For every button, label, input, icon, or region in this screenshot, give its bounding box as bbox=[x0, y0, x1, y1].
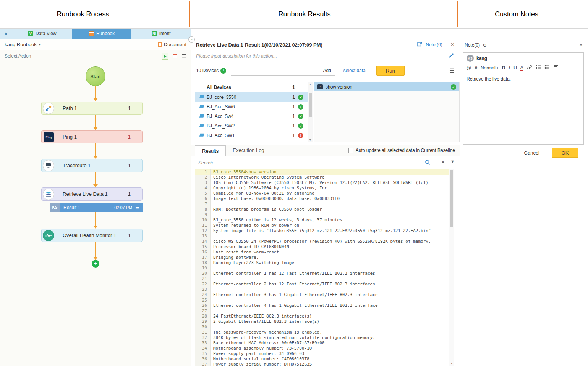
flow-node-retrieve-live-data[interactable]: Retrieve Live Data 1 1 bbox=[41, 187, 143, 201]
bold-button[interactable]: B bbox=[502, 65, 505, 71]
column-count[interactable]: 1 bbox=[286, 85, 295, 90]
node-count: 1 bbox=[128, 191, 131, 197]
tab-runbook[interactable]: Runbook bbox=[72, 29, 132, 39]
ordered-list-icon[interactable] bbox=[536, 65, 541, 71]
scroll-down-icon[interactable]: ▼ bbox=[449, 362, 454, 365]
auto-update-checkbox[interactable] bbox=[348, 148, 353, 153]
flow-connector bbox=[95, 242, 96, 257]
document-label: Document bbox=[164, 42, 186, 47]
flow-node-path[interactable]: Path 1 1 bbox=[41, 102, 143, 115]
tab-execution-log[interactable]: Execution Log bbox=[226, 145, 271, 156]
code-line: 292 Gigabit Ethernet/IEEE 802.3 interfac… bbox=[195, 319, 449, 324]
flow-node-overall-health-monitor[interactable]: Overall Health Monitor 1 1 bbox=[41, 229, 143, 242]
devices-count-label[interactable]: 10 Devices bbox=[196, 68, 219, 73]
path-icon bbox=[43, 103, 54, 114]
code-line: 21 bbox=[195, 276, 449, 282]
runbook-selector[interactable]: kang Runbook bbox=[5, 42, 37, 47]
device-count: 1 bbox=[286, 123, 295, 129]
code-line: 35Power supply part number: 34-0966-03 bbox=[195, 351, 449, 356]
flow-node-ping[interactable]: Ping Ping 1 1 bbox=[41, 130, 143, 143]
flow-connector bbox=[95, 115, 96, 127]
align-icon[interactable] bbox=[553, 65, 559, 71]
flow-node-traceroute[interactable]: Traceroute 1 1 bbox=[41, 159, 143, 172]
flow-result-item[interactable]: KS Result 1 02:07 PM ☰ bbox=[50, 203, 143, 212]
code-line: 22Ethernet-controller 2 has 12 Fast Ethe… bbox=[195, 282, 449, 287]
device-table-scrollbar[interactable]: ▲ ▼ bbox=[308, 82, 313, 142]
device-row[interactable]: BJ_Acc_SW2 1 ✓ bbox=[195, 121, 313, 131]
notes-panel: Note(0) ↻ × KS kang @ # Normal ▲▼ B I U … bbox=[460, 29, 588, 366]
tab-label: Intent bbox=[159, 31, 171, 36]
run-runbook-button[interactable]: ▶ bbox=[162, 53, 168, 60]
selected-data-list: › show version ✓ bbox=[314, 82, 460, 142]
node-label: Ping 1 bbox=[63, 134, 77, 140]
traceroute-icon bbox=[43, 160, 54, 171]
find-previous-icon[interactable]: ▲ bbox=[441, 159, 445, 164]
font-color-button[interactable]: A bbox=[520, 65, 523, 71]
cancel-button[interactable]: Cancel bbox=[522, 150, 542, 156]
result-time: 02:07 PM bbox=[114, 205, 132, 210]
note-text[interactable]: Retrieve the live data. bbox=[463, 73, 583, 85]
code-line: 30 bbox=[195, 324, 449, 330]
device-row[interactable]: BJ_Acc_SW6 1 ✓ bbox=[195, 102, 313, 111]
scrollbar-thumb[interactable] bbox=[309, 93, 312, 117]
auto-update-label: Auto update all selected data in Current… bbox=[356, 148, 455, 153]
flow-start-node[interactable]: Start bbox=[86, 66, 105, 86]
status-error-icon: ! bbox=[298, 133, 303, 138]
search-row: ▲ ▼ bbox=[195, 158, 454, 168]
search-icon[interactable] bbox=[425, 160, 431, 166]
run-button[interactable]: Run bbox=[376, 66, 405, 76]
description-placeholder[interactable]: Please input description for this action… bbox=[196, 53, 277, 59]
scrollbar-thumb[interactable] bbox=[450, 170, 453, 227]
results-panel: Retrieve Live Data 1-Result 1(03/10/2021… bbox=[191, 29, 460, 366]
runbook-panel: « V Data View Runbook NI Intent kang Run… bbox=[0, 29, 191, 366]
runbook-icon bbox=[89, 31, 94, 36]
tab-data-view[interactable]: V Data View bbox=[13, 29, 72, 39]
column-all-devices[interactable]: All Devices bbox=[207, 85, 286, 90]
device-count: 1 bbox=[286, 95, 295, 100]
chevron-down-icon[interactable]: ▾ bbox=[39, 42, 41, 47]
find-next-icon[interactable]: ▼ bbox=[450, 159, 455, 164]
device-row[interactable]: BJ_Acc_SW1 1 ! bbox=[195, 131, 313, 140]
note-share-icon[interactable] bbox=[417, 42, 423, 48]
add-device-icon[interactable]: + bbox=[220, 68, 226, 74]
add-action-button[interactable]: + bbox=[92, 260, 99, 268]
device-row[interactable]: BJ_Acc_Sw4 1 ✓ bbox=[195, 111, 313, 121]
collapse-panel-icon[interactable]: « bbox=[0, 29, 13, 39]
link-icon[interactable] bbox=[527, 64, 532, 71]
device-input[interactable] bbox=[231, 66, 319, 76]
tab-results[interactable]: Results bbox=[195, 145, 226, 156]
close-notes-icon[interactable]: × bbox=[579, 42, 583, 48]
edit-description-icon[interactable] bbox=[449, 53, 454, 59]
tab-intent[interactable]: NI Intent bbox=[131, 29, 191, 39]
runbook-menu-icon[interactable]: ☰ bbox=[181, 53, 186, 59]
mention-button[interactable]: @ bbox=[467, 65, 471, 71]
code-line: 17Bridging software. bbox=[195, 255, 449, 260]
note-count-link[interactable]: Note (0) bbox=[426, 42, 442, 47]
close-results-icon[interactable]: × bbox=[451, 42, 454, 48]
result-label: Result 1 bbox=[63, 205, 80, 210]
refresh-icon[interactable]: ↻ bbox=[483, 42, 487, 48]
search-input[interactable] bbox=[195, 160, 425, 166]
output-scrollbar[interactable]: ▼ bbox=[449, 169, 454, 366]
start-label: Start bbox=[90, 74, 100, 79]
ok-button[interactable]: OK bbox=[552, 148, 578, 158]
code-line: 31The password-recovery mechanism is ena… bbox=[195, 330, 449, 335]
data-item-show-version[interactable]: › show version ✓ bbox=[314, 82, 459, 91]
hashtag-button[interactable]: # bbox=[475, 65, 477, 71]
select-data-link[interactable]: select data bbox=[343, 68, 366, 73]
format-select[interactable]: Normal ▲▼ bbox=[481, 65, 499, 71]
collapse-results-icon[interactable]: « bbox=[188, 36, 195, 43]
notes-button-row: Cancel OK bbox=[460, 148, 588, 158]
results-menu-icon[interactable]: ☰ bbox=[449, 68, 454, 74]
result-menu-icon[interactable]: ☰ bbox=[135, 205, 139, 210]
device-count: 1 bbox=[286, 114, 295, 119]
underline-button[interactable]: U bbox=[513, 65, 517, 71]
document-button[interactable]: Document bbox=[158, 42, 186, 47]
device-row[interactable]: BJ_core_3550 1 ✓ bbox=[195, 92, 313, 102]
add-button[interactable]: Add bbox=[319, 66, 335, 76]
code-line: 2824 FastEthernet/IEEE 802.3 interface(s… bbox=[195, 314, 449, 319]
stop-button[interactable] bbox=[173, 54, 177, 58]
italic-button[interactable]: I bbox=[509, 65, 510, 71]
code-line: 9 bbox=[195, 212, 449, 218]
bullet-list-icon[interactable] bbox=[544, 65, 550, 71]
